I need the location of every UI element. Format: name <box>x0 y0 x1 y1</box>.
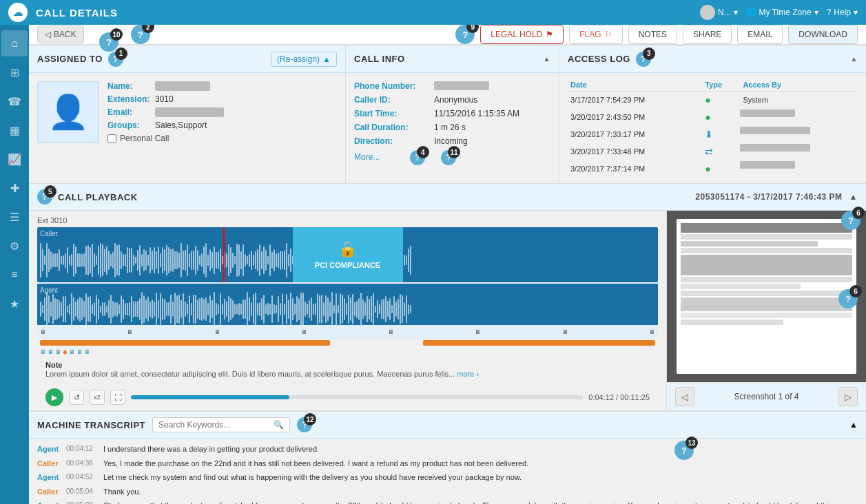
waveform-bar <box>162 247 163 273</box>
sidebar-item-add[interactable]: ✚ <box>1 175 28 201</box>
email-button[interactable]: EMAIL <box>737 25 783 44</box>
access-log-table: Date Type Access By 3/17/2017 7:54:29 PM… <box>568 78 858 178</box>
waveform-bar <box>236 304 238 314</box>
help-bubble-3[interactable]: ? 3 <box>636 52 651 67</box>
help-bubble-6-float: ? 6 <box>838 289 858 308</box>
ss-block <box>681 297 852 311</box>
action-bar: ◁ BACK ? 10 ? 2 ? 9 <box>29 25 866 45</box>
help-bubble-6[interactable]: ? 6 <box>838 289 858 308</box>
waveform-bar <box>110 254 112 266</box>
sidebar-item-calls[interactable]: ☎ <box>1 88 28 114</box>
waveform-bar <box>170 249 172 272</box>
waveform-bar <box>247 256 248 265</box>
transcript-title: MACHINE TRANSCRIPT <box>37 420 145 430</box>
waveform-bar <box>90 296 91 322</box>
sidebar-item-menu[interactable]: ≡ <box>1 262 28 288</box>
assigned-to-header: ASSIGNED TO ? 1 (Re-assign) ▲ <box>29 45 345 73</box>
waveform-bar <box>296 296 298 322</box>
sidebar-item-settings[interactable]: ⚙ <box>1 233 28 259</box>
help-bubble-12[interactable]: ? 12 <box>297 417 312 432</box>
sidebar-item-calendar[interactable]: ▦ <box>1 117 28 143</box>
help-bubble-10[interactable]: ? 10 <box>99 32 118 52</box>
timeline-marker: 🖥 <box>649 328 655 335</box>
col-type: Type <box>702 78 740 92</box>
waveform-bar <box>410 246 411 275</box>
speaker-label: Agent <box>37 501 62 504</box>
help-bubble-9[interactable]: ? 9 <box>455 25 475 44</box>
playback-controls: ▶ ↺ x2 ⛶ 0:04:12 / 00:11:25 <box>37 384 658 410</box>
help-bubble-10-wrap: ◁ BACK ? 10 <box>37 25 84 43</box>
call-info-header: CALL INFO ▲ <box>346 45 559 73</box>
waveform-bar <box>112 301 114 318</box>
waveform-bar <box>238 244 240 277</box>
next-screenshot-button[interactable]: ▷ <box>838 387 858 406</box>
flag-button[interactable]: FLAG ⚐ <box>569 25 622 44</box>
share-button[interactable]: SHARE <box>683 25 732 44</box>
help-menu[interactable]: ? Help ▾ <box>827 8 858 17</box>
waveform-bar <box>125 254 126 267</box>
sidebar-item-analytics[interactable]: 📈 <box>1 146 28 172</box>
legal-hold-button[interactable]: LEGAL HOLD ⚑ <box>480 25 564 44</box>
timeline-marker: 🖥 <box>127 328 133 335</box>
waveform-bar <box>162 298 163 320</box>
ss-row <box>681 284 801 289</box>
rewind-button[interactable]: ↺ <box>69 390 84 405</box>
sidebar-item-favorites[interactable]: ★ <box>1 291 28 317</box>
waveform-bar <box>96 295 97 324</box>
progress-bar[interactable] <box>131 395 583 399</box>
more-link[interactable]: More... <box>354 152 380 162</box>
user-menu[interactable]: N... ▾ <box>700 5 738 20</box>
waveform-bar <box>333 305 335 313</box>
waveform-bar <box>174 293 176 325</box>
waveform-bar <box>123 299 124 320</box>
search-icon[interactable]: 🔍 <box>274 420 284 430</box>
speed-x2-button[interactable]: x2 <box>90 390 105 405</box>
expand-button[interactable]: ⛶ <box>110 390 125 405</box>
prev-screenshot-button[interactable]: ◁ <box>675 387 694 406</box>
reassign-button[interactable]: (Re-assign) ▲ <box>271 52 337 67</box>
waveform-bar <box>178 295 180 324</box>
waveform-bar <box>236 244 238 277</box>
waveform-bar <box>261 298 262 320</box>
personal-call-checkbox[interactable] <box>107 134 116 143</box>
waveform-bar <box>371 296 372 322</box>
access-type-icon: ⬇ <box>702 126 740 143</box>
waveform-bar <box>402 295 403 323</box>
access-by-value: ████████ <box>740 161 795 169</box>
sidebar-item-grid[interactable]: ⊞ <box>1 59 28 85</box>
sidebar-item-list[interactable]: ☰ <box>1 204 28 230</box>
waveform-bar <box>112 252 114 269</box>
waveform-bar <box>61 302 62 317</box>
note-more-link[interactable]: more › <box>457 370 479 378</box>
chevron-up-icon: ▲ <box>849 192 858 202</box>
waveform-area: Ext 3010 Caller 🔒 PCI COMPLIANCE <box>29 211 666 410</box>
back-button[interactable]: ◁ BACK <box>37 25 84 43</box>
waveform-bar <box>226 302 227 317</box>
waveform-bar <box>81 254 83 266</box>
waveform-bar <box>222 304 223 314</box>
download-button[interactable]: DOWNLOAD <box>788 25 858 44</box>
channel-markers-row: 🖥 🖥 🖥 ◆ 🖥 🖥 🖥 <box>37 347 658 357</box>
help-bubble-6[interactable]: ? 6 <box>841 211 860 230</box>
waveform-bar <box>284 304 285 315</box>
screenshot-area <box>667 211 866 382</box>
sidebar-item-home[interactable]: ⌂ <box>1 30 28 56</box>
waveform-bar <box>73 297 74 320</box>
notes-button[interactable]: NOTES <box>628 25 677 44</box>
help-bubble-11[interactable]: ? 11 <box>441 150 456 165</box>
help-bubble-13[interactable]: ? 13 <box>674 441 694 460</box>
orange-gap <box>333 340 420 346</box>
keyword-search-input[interactable] <box>158 420 274 430</box>
play-button[interactable]: ▶ <box>45 388 63 406</box>
help-number-1: 1 <box>115 48 127 60</box>
waveform-bar <box>67 247 68 273</box>
help-bubble-2[interactable]: ? 2 <box>131 25 150 44</box>
help-bubble-5[interactable]: ? 5 <box>37 189 52 204</box>
help-bubble-4[interactable]: ? 4 <box>410 150 425 165</box>
help-bubble-1[interactable]: ? 1 <box>108 52 123 67</box>
phone-row: Phone Number: <box>354 81 550 91</box>
waveform-bar <box>77 299 79 319</box>
timezone-selector[interactable]: 🌐 My Time Zone ▾ <box>746 8 818 17</box>
waveform-bar <box>226 253 227 266</box>
timestamp: 00:04:12 <box>66 444 99 454</box>
